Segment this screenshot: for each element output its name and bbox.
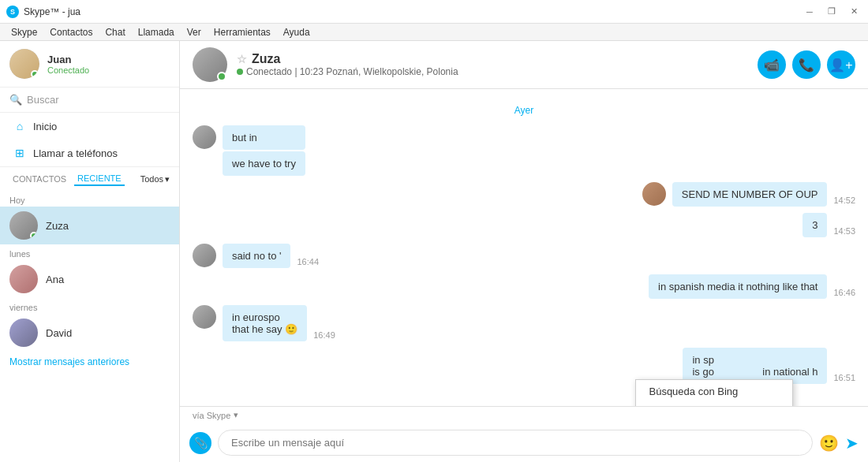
zuza-name: Zuza: [46, 220, 69, 232]
msg-bubble-context[interactable]: in spis go in national h Búsqueda con Bi…: [683, 348, 827, 384]
msg-row-sent: 16:51 in spis go in national h Búsqueda …: [193, 348, 855, 384]
context-menu[interactable]: Búsqueda con Bing Retroceder ▶ Copiar se…: [635, 379, 793, 406]
msg-avatar-zuza: [193, 244, 216, 267]
zuza-status-dot: [30, 232, 38, 240]
contacts-header: CONTACTOS RECIENTE Todos ▾: [0, 166, 179, 191]
add-participant-button[interactable]: 👤+: [827, 50, 855, 79]
via-skype-arrow: ▾: [234, 410, 238, 420]
emoji-button[interactable]: 🙂: [819, 434, 839, 453]
show-more-link[interactable]: Mostrar mensajes anteriores: [0, 352, 179, 372]
menu-skype[interactable]: Skype: [5, 25, 43, 39]
david-name: David: [46, 327, 72, 339]
msg-bubble: 3: [803, 213, 827, 237]
section-viernes: viernes: [0, 298, 179, 314]
ctx-busqueda[interactable]: Búsqueda con Bing: [636, 380, 792, 403]
msg-avatar-zuza: [193, 305, 216, 329]
menu-ver[interactable]: Ver: [181, 25, 208, 39]
titlebar-controls: ─ ❐ ✕: [802, 4, 862, 20]
msg-time: 16:51: [833, 373, 855, 384]
send-button[interactable]: ➤: [845, 434, 859, 453]
msg-row-sent: 16:46 in spanish media it nothing like t…: [193, 274, 855, 299]
ctx-retroceder[interactable]: Retroceder ▶: [636, 403, 792, 406]
msg-time: 16:44: [297, 257, 319, 268]
msg-bubble: we have to try: [223, 151, 305, 176]
ana-avatar: [9, 265, 38, 293]
titlebar-left: S Skype™ - jua: [6, 6, 80, 18]
message-input[interactable]: [218, 430, 813, 456]
msg-row: but in we have to try: [193, 125, 855, 176]
skype-logo: S: [6, 6, 19, 18]
msg-time: 16:49: [313, 330, 335, 341]
msg-bubble: in spanish media it nothing like that: [649, 274, 827, 299]
search-icon: 🔍: [9, 94, 22, 106]
section-lunes: lunes: [0, 244, 179, 260]
msg-row: in eurospothat he say 🙂 16:49: [193, 305, 855, 341]
contact-item-david[interactable]: David: [0, 314, 179, 352]
chat-user-status: Conectado | 10:23 Poznań, Wielkopolskie,…: [237, 66, 748, 77]
chat-header: ☆ Zuza Conectado | 10:23 Poznań, Wielkop…: [180, 41, 868, 89]
messages-area[interactable]: Ayer but in we have to try 14:52 SEND ME…: [180, 89, 868, 406]
menubar: Skype Contactos Chat Llamada Ver Herrami…: [0, 24, 868, 41]
menu-herramientas[interactable]: Herramientas: [208, 25, 277, 39]
star-icon[interactable]: ☆: [237, 53, 247, 65]
nav-inicio[interactable]: ⌂ Inicio: [0, 113, 179, 140]
user-status: Conectado: [47, 65, 89, 75]
menu-ayuda[interactable]: Ayuda: [277, 25, 316, 39]
chat-avatar-status-dot: [217, 72, 226, 81]
input-row: 📎 🙂 ➤: [180, 423, 868, 462]
contact-item-zuza[interactable]: Zuza: [0, 207, 179, 244]
msg-avatar-zuza: [193, 125, 216, 149]
phone-grid-icon: ⊞: [13, 146, 27, 160]
chat-area: ☆ Zuza Conectado | 10:23 Poznań, Wielkop…: [180, 41, 868, 462]
msg-time: 14:52: [833, 196, 855, 207]
nav-items: ⌂ Inicio ⊞ Llamar a teléfonos: [0, 113, 179, 166]
todos-button[interactable]: Todos ▾: [140, 174, 170, 184]
status-dot: [31, 70, 39, 78]
search-bar[interactable]: 🔍 Buscar: [0, 88, 179, 113]
msg-row-sent: 14:52 SEND ME NUMBER OF OUP: [193, 182, 855, 207]
avatar: [9, 49, 39, 79]
restore-button[interactable]: ❐: [824, 4, 840, 20]
msg-bubble: SEND ME NUMBER OF OUP: [672, 182, 828, 207]
ana-name: Ana: [46, 274, 64, 285]
section-hoy: Hoy: [0, 191, 179, 207]
via-skype-text: vía Skype: [193, 411, 230, 420]
menu-llamada[interactable]: Llamada: [132, 25, 181, 39]
titlebar: S Skype™ - jua ─ ❐ ✕: [0, 0, 868, 24]
menu-contactos[interactable]: Contactos: [43, 25, 99, 39]
status-dot-green: [237, 69, 243, 75]
nav-inicio-label: Inicio: [33, 121, 57, 132]
user-name: Juan: [47, 54, 89, 65]
user-info: Juan Conectado: [47, 54, 89, 75]
chat-user-info: ☆ Zuza Conectado | 10:23 Poznań, Wielkop…: [237, 52, 748, 77]
sidebar: Juan Conectado 🔍 Buscar ⌂ Inicio ⊞ Llama…: [0, 41, 180, 462]
msg-bubble: said no to ': [223, 244, 290, 268]
nav-llamar-label: Llamar a teléfonos: [33, 147, 118, 159]
tab-contactos[interactable]: CONTACTOS: [9, 173, 69, 185]
user-panel: Juan Conectado: [0, 41, 179, 88]
main-layout: Juan Conectado 🔍 Buscar ⌂ Inicio ⊞ Llama…: [0, 41, 868, 462]
tab-reciente[interactable]: RECIENTE: [74, 172, 125, 186]
minimize-button[interactable]: ─: [802, 4, 817, 20]
attach-button[interactable]: 📎: [189, 432, 211, 454]
search-label: Buscar: [27, 94, 58, 106]
msg-time: 16:46: [833, 288, 855, 299]
video-call-button[interactable]: 📹: [758, 50, 786, 79]
msg-bubble: in eurospothat he say 🙂: [223, 305, 307, 341]
msg-row: said no to ' 16:44: [193, 244, 855, 268]
menu-chat[interactable]: Chat: [99, 25, 131, 39]
date-divider: Ayer: [193, 105, 855, 116]
chat-input-area: vía Skype ▾ 📎 🙂 ➤: [180, 406, 868, 462]
close-button[interactable]: ✕: [846, 4, 862, 20]
contact-item-ana[interactable]: Ana: [0, 260, 179, 298]
msg-time: 14:53: [833, 226, 855, 237]
chat-username: ☆ Zuza: [237, 52, 748, 66]
voice-call-button[interactable]: 📞: [792, 50, 821, 79]
home-icon: ⌂: [13, 119, 27, 133]
via-skype-bar: vía Skype ▾: [180, 407, 868, 423]
msg-avatar-me: [642, 182, 666, 206]
msg-bubble: but in: [223, 125, 305, 150]
chat-avatar: [193, 47, 227, 82]
nav-llamar[interactable]: ⊞ Llamar a teléfonos: [0, 140, 179, 166]
chevron-down-icon: ▾: [165, 174, 170, 184]
